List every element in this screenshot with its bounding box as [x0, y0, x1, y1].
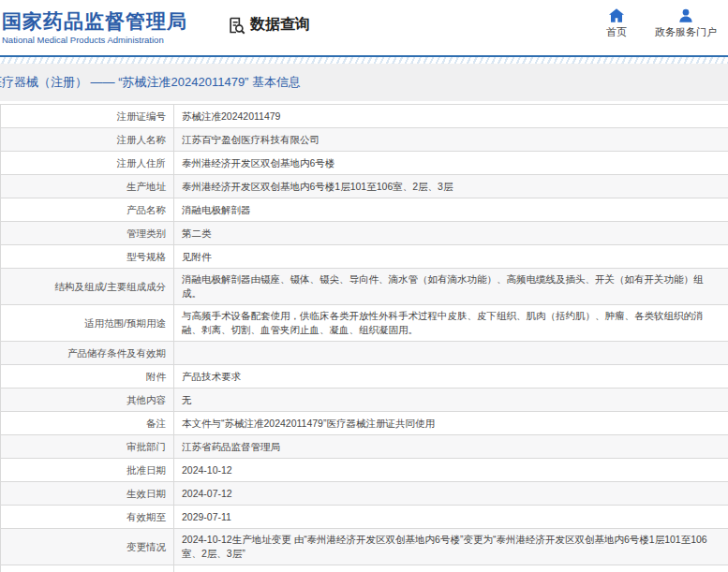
row-label: 注册证编号 — [1, 105, 174, 127]
row-label: 注 — [1, 565, 174, 572]
row-value: 江苏百宁盈创医疗科技有限公司 — [174, 128, 728, 151]
row-value: 见附件 — [174, 245, 728, 268]
home-icon — [609, 8, 624, 22]
row-value: 消融电极解剖器 — [174, 198, 728, 221]
row-value: 江苏省药品监督管理局 — [174, 435, 728, 458]
row-value: 泰州港经济开发区双创基地内6号楼 — [174, 152, 728, 174]
row-label: 附件 — [1, 365, 174, 388]
row-value: 苏械注准20242011479 — [174, 105, 728, 127]
table-row: 变更情况2024-10-12生产地址变更 由“泰州港经济开发区双创基地内6号楼”… — [1, 529, 728, 565]
row-value: 产品技术要求 — [174, 365, 728, 388]
row-label-text: 批准日期 — [126, 463, 166, 477]
table-row: 生效日期2024-07-12 — [1, 482, 728, 506]
nav-home[interactable]: 首页 — [606, 8, 627, 39]
registration-info-table: 注册证编号苏械注准20242011479注册人名称江苏百宁盈创医疗科技有限公司注… — [0, 104, 728, 572]
logo-subtitle: National Medical Products Administration — [2, 35, 187, 45]
user-icon — [678, 8, 693, 22]
row-label-text: 有效期至 — [126, 510, 166, 524]
row-value: 2024-10-12生产地址变更 由“泰州港经济开发区双创基地内6号楼”变更为“… — [174, 529, 728, 565]
table-row: 注册人名称江苏百宁盈创医疗科技有限公司 — [1, 128, 728, 152]
row-label: 管理类别 — [1, 222, 174, 244]
row-value: 无 — [174, 389, 728, 411]
row-label-text: 其他内容 — [126, 393, 166, 407]
row-value: 详情 — [174, 565, 728, 572]
row-value-text: 江苏百宁盈创医疗科技有限公司 — [182, 133, 319, 147]
table-row: 注册人住所泰州港经济开发区双创基地内6号楼 — [1, 152, 728, 175]
row-value-text: 消融电极解剖器 — [182, 203, 251, 217]
row-label: 产品名称 — [1, 198, 174, 221]
table-row: 其他内容无 — [1, 389, 728, 412]
data-query-label: 数据查询 — [250, 15, 310, 35]
table-row: 审批部门江苏省药品监督管理局 — [1, 435, 728, 459]
header-separator-hatch — [0, 57, 728, 64]
row-value: 与高频手术设备配套使用，供临床各类开放性外科手术过程中皮肤、皮下组织、肌肉（括约… — [174, 305, 728, 341]
row-label: 结构及组成/主要组成成分 — [1, 269, 174, 304]
row-label: 注册人住所 — [1, 152, 174, 174]
table-row: 产品名称消融电极解剖器 — [1, 198, 728, 222]
row-label-text: 产品储存条件及有效期 — [67, 346, 166, 360]
document-search-icon — [227, 16, 245, 35]
table-row: 型号规格见附件 — [1, 245, 728, 269]
row-value: 消融电极解剖器由镊座、镊体、镊尖、导向件、滴水管（如有滴水功能）、高频电缆线及插… — [174, 269, 728, 304]
row-value-text: 无 — [182, 393, 192, 407]
row-value-text: 苏械注准20242011479 — [182, 110, 280, 124]
table-row: 管理类别第二类 — [1, 222, 728, 245]
row-value-text: 产品技术要求 — [182, 370, 241, 384]
breadcrumb-bar: 医疗器械（注册） —— “苏械注准20242011479” 基本信息 — [0, 64, 728, 101]
row-label: 审批部门 — [1, 435, 174, 458]
row-label-text: 型号规格 — [126, 250, 166, 264]
row-value: 第二类 — [174, 222, 728, 244]
nav-home-label: 首页 — [606, 25, 627, 39]
table-row: 附件产品技术要求 — [1, 365, 728, 389]
row-label: 批准日期 — [1, 459, 174, 481]
row-label: 注册人名称 — [1, 128, 174, 151]
top-nav: 首页 政务服务门户 — [606, 8, 717, 39]
row-label-text: 结构及组成/主要组成成分 — [55, 280, 166, 294]
table-row: 生产地址泰州港经济开发区双创基地内6号楼1层101至106室、2层、3层 — [1, 175, 728, 198]
row-label: 型号规格 — [1, 245, 174, 268]
row-value-text: 与高频手术设备配套使用，供临床各类开放性外科手术过程中皮肤、皮下组织、肌肉（括约… — [182, 309, 719, 337]
row-label: 备注 — [1, 412, 174, 434]
row-label-text: 适用范围/预期用途 — [84, 316, 166, 330]
row-label-text: 变更情况 — [126, 540, 166, 554]
row-value: 泰州港经济开发区双创基地内6号楼1层101至106室、2层、3层 — [174, 175, 728, 198]
breadcrumb: 医疗器械（注册） —— “苏械注准20242011479” 基本信息 — [0, 74, 301, 91]
row-value: 本文件与“苏械注准20242011479”医疗器械注册证共同使用 — [174, 412, 728, 434]
table-row: 有效期至2029-07-11 — [1, 506, 728, 529]
table-row: 结构及组成/主要组成成分消融电极解剖器由镊座、镊体、镊尖、导向件、滴水管（如有滴… — [1, 269, 728, 305]
row-label-text: 生效日期 — [126, 487, 166, 501]
nav-gov-portal[interactable]: 政务服务门户 — [655, 8, 717, 39]
nmpa-logo[interactable]: 国家药品监督管理局 National Medical Products Admi… — [0, 10, 187, 44]
site-header: 国家药品监督管理局 National Medical Products Admi… — [0, 0, 728, 55]
row-label-text: 备注 — [146, 417, 166, 431]
row-value-text: 消融电极解剖器由镊座、镊体、镊尖、导向件、滴水管（如有滴水功能）、高频电缆线及插… — [182, 272, 719, 301]
logo-title: 国家药品监督管理局 — [2, 10, 187, 33]
row-value-text: 第二类 — [182, 227, 212, 241]
row-label-text: 注册人名称 — [117, 133, 167, 147]
row-value-text: 2024-10-12 — [182, 463, 232, 477]
table-row: 注详情 — [1, 565, 728, 572]
row-label-text: 生产地址 — [126, 180, 166, 194]
row-value-text: 2024-10-12生产地址变更 由“泰州港经济开发区双创基地内6号楼”变更为“… — [182, 533, 719, 561]
row-label-text: 注册证编号 — [117, 110, 167, 124]
row-value-text: 江苏省药品监督管理局 — [182, 440, 280, 454]
row-label-text: 注册人住所 — [117, 156, 167, 170]
table-row: 注册证编号苏械注准20242011479 — [1, 105, 728, 128]
row-label: 有效期至 — [1, 506, 174, 528]
row-label-text: 附件 — [146, 370, 166, 384]
row-label-text: 产品名称 — [126, 203, 166, 217]
table-row: 批准日期2024-10-12 — [1, 459, 728, 482]
row-label: 其他内容 — [1, 389, 174, 411]
table-row: 备注本文件与“苏械注准20242011479”医疗器械注册证共同使用 — [1, 412, 728, 435]
row-value-text: 2024-07-12 — [182, 487, 232, 501]
row-label-text: 管理类别 — [126, 227, 166, 241]
row-value-text: 见附件 — [182, 250, 212, 264]
row-value-text: 泰州港经济开发区双创基地内6号楼1层101至106室、2层、3层 — [182, 180, 453, 194]
row-value-text: 2029-07-11 — [182, 510, 231, 524]
row-label: 生产地址 — [1, 175, 174, 198]
row-label: 适用范围/预期用途 — [1, 305, 174, 341]
row-label-text: 审批部门 — [126, 440, 166, 454]
table-row: 产品储存条件及有效期 — [1, 342, 728, 365]
data-query-link[interactable]: 数据查询 — [227, 15, 310, 35]
row-value-text: 本文件与“苏械注准20242011479”医疗器械注册证共同使用 — [182, 417, 435, 431]
